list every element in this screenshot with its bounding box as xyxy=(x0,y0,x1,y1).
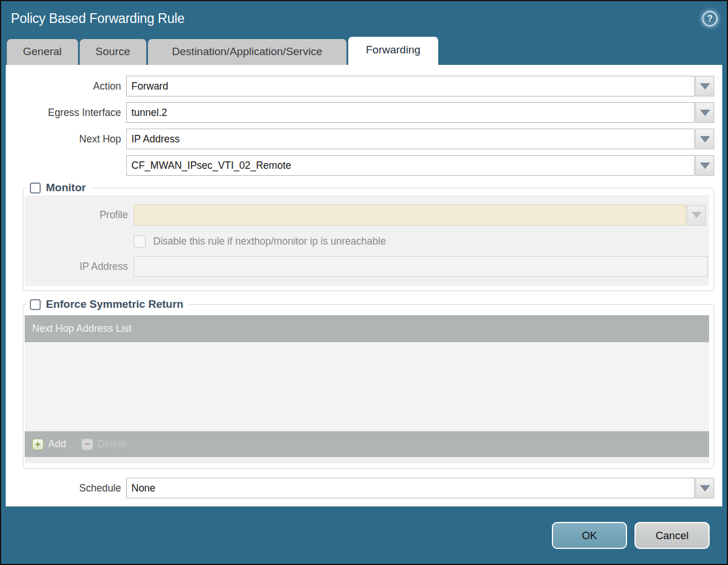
chevron-down-icon xyxy=(700,162,710,169)
egress-interface-combobox xyxy=(126,102,714,123)
chevron-down-icon xyxy=(700,485,710,492)
action-label: Action xyxy=(23,80,121,92)
monitor-ip-address-input xyxy=(134,256,708,277)
add-button-label: Add xyxy=(48,438,66,450)
schedule-row: Schedule xyxy=(23,478,714,498)
enforce-symmetric-return-section: Enforce Symmetric Return Next Hop Addres… xyxy=(23,298,714,469)
dialog-button-bar: OK Cancel xyxy=(1,506,727,549)
tab-bar: General Source Destination/Application/S… xyxy=(1,36,727,65)
chevron-down-icon xyxy=(700,136,710,142)
plus-icon: + xyxy=(32,439,44,450)
cancel-button[interactable]: Cancel xyxy=(634,522,710,549)
schedule-dropdown-button[interactable] xyxy=(695,478,714,498)
delete-button-label: Delete xyxy=(98,438,127,450)
monitor-profile-label: Profile xyxy=(25,209,128,221)
forwarding-tab-panel: Action Egress Interface Next Hop xyxy=(6,65,722,506)
ok-button[interactable]: OK xyxy=(552,522,627,549)
enforce-symmetric-return-checkbox[interactable] xyxy=(30,299,41,310)
monitor-body: Profile Disable this rule if nexthop/mon… xyxy=(25,195,709,286)
monitor-ip-address-row: IP Address xyxy=(25,256,709,277)
enforce-symmetric-return-legend: Enforce Symmetric Return xyxy=(27,298,189,311)
next-hop-type-input[interactable] xyxy=(126,129,695,149)
next-hop-label: Next Hop xyxy=(23,133,121,145)
chevron-down-icon xyxy=(700,110,710,116)
next-hop-row: Next Hop xyxy=(23,129,714,149)
dialog-title: Policy Based Forwarding Rule xyxy=(11,11,185,26)
tab-forwarding[interactable]: Forwarding xyxy=(348,37,438,65)
action-combobox xyxy=(126,76,714,96)
help-icon[interactable]: ? xyxy=(702,11,718,26)
dialog-titlebar: Policy Based Forwarding Rule ? xyxy=(1,1,727,36)
disable-rule-label: Disable this rule if nexthop/monitor ip … xyxy=(153,235,386,247)
schedule-combobox xyxy=(126,478,714,498)
action-row: Action xyxy=(23,76,714,96)
monitor-title: Monitor xyxy=(46,181,86,194)
next-hop-address-dropdown-button[interactable] xyxy=(695,155,714,176)
enforce-symmetric-return-title: Enforce Symmetric Return xyxy=(46,298,184,311)
next-hop-address-row xyxy=(23,155,714,176)
next-hop-address-list-table: Next Hop Address List + Add − Delete xyxy=(25,315,709,457)
tab-general[interactable]: General xyxy=(7,39,78,65)
next-hop-type-dropdown-button[interactable] xyxy=(695,129,714,149)
policy-based-forwarding-dialog: Policy Based Forwarding Rule ? General S… xyxy=(0,0,728,565)
monitor-profile-dropdown-button xyxy=(687,205,706,226)
next-hop-address-input[interactable] xyxy=(126,155,695,176)
monitor-checkbox[interactable] xyxy=(30,183,41,194)
next-hop-address-list-body[interactable] xyxy=(25,342,709,431)
tab-destination-application-service[interactable]: Destination/Application/Service xyxy=(148,39,347,65)
schedule-input[interactable] xyxy=(126,478,695,498)
next-hop-address-combobox xyxy=(126,155,714,176)
egress-interface-dropdown-button[interactable] xyxy=(695,102,714,123)
add-button[interactable]: + Add xyxy=(32,438,66,450)
schedule-label: Schedule xyxy=(23,482,121,494)
table-bottom-strip xyxy=(25,457,709,463)
chevron-down-icon xyxy=(700,83,710,90)
delete-button: − Delete xyxy=(81,438,127,450)
monitor-legend: Monitor xyxy=(27,181,91,194)
next-hop-type-combobox xyxy=(126,129,714,149)
monitor-profile-row: Profile xyxy=(25,204,709,226)
next-hop-address-list-header: Next Hop Address List xyxy=(25,315,709,342)
chevron-down-icon xyxy=(691,212,702,218)
minus-icon: − xyxy=(81,439,93,450)
egress-interface-label: Egress Interface xyxy=(23,107,121,119)
action-input[interactable] xyxy=(126,76,695,96)
action-dropdown-button[interactable] xyxy=(695,76,714,96)
monitor-section: Monitor Profile Disable this rule if nex… xyxy=(23,181,714,291)
monitor-profile-input xyxy=(134,204,686,226)
tab-source[interactable]: Source xyxy=(80,39,146,65)
egress-interface-row: Egress Interface xyxy=(23,102,714,123)
next-hop-address-list-toolbar: + Add − Delete xyxy=(25,431,709,457)
monitor-ip-address-label: IP Address xyxy=(25,261,128,273)
disable-rule-checkbox xyxy=(134,235,146,247)
monitor-disable-rule-row: Disable this rule if nexthop/monitor ip … xyxy=(134,235,709,247)
egress-interface-input[interactable] xyxy=(126,102,695,123)
